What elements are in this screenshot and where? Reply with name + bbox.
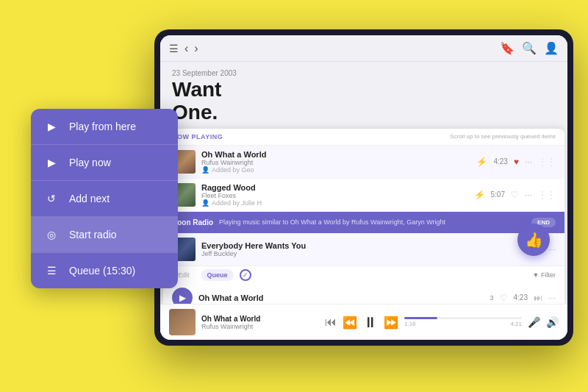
context-item-play-now[interactable]: ▶ Play now: [31, 145, 178, 180]
mic-icon[interactable]: 🎤: [528, 316, 540, 328]
track-name: Oh What a World: [198, 293, 484, 302]
heart-icon[interactable]: ♡: [500, 293, 508, 303]
tablet-screen: ☰ ‹ › 🔖 🔍 👤 23 September 2003 Want One.: [160, 35, 567, 340]
check-icon[interactable]: ✓: [240, 269, 251, 281]
context-item-add-next[interactable]: ↺ Add next: [31, 181, 178, 216]
profile-icon[interactable]: 👤: [544, 41, 559, 55]
track-actions: 3 ♡ 4:23 ⏭ ···: [490, 293, 556, 303]
radio-description: Playing music similar to Oh What a World…: [219, 218, 526, 226]
progress-area: 1:16 4:21: [404, 317, 522, 327]
now-playing-right-controls: 🎤 🔊: [528, 316, 559, 328]
table-row: Oh What a World Rufus Wainwright 👤 Added…: [163, 146, 564, 179]
track-info: Oh What a World: [198, 293, 484, 302]
track-added-by: 👤 Added by Julie H: [201, 199, 468, 207]
list-item: ▶ Oh What a World 3 ♡ 4:23 ⏭ ···: [163, 284, 564, 304]
tablet-frame: ☰ ‹ › 🔖 🔍 👤 23 September 2003 Want One.: [154, 29, 573, 346]
pause-button[interactable]: ⏸: [363, 314, 378, 331]
table-row: Ragged Wood Fleet Foxes 👤 Added by Julie…: [163, 179, 564, 212]
now-playing-label: Now playing: [172, 133, 223, 140]
rewind-button[interactable]: ⏪: [343, 316, 357, 329]
now-playing-bar: Oh What a World Rufus Wainwright ⏮ ⏪ ⏸ ⏩…: [160, 304, 567, 340]
queue-tab[interactable]: Queue: [201, 269, 234, 281]
now-playing-track: Oh What a World: [201, 315, 319, 323]
top-bar: ☰ ‹ › 🔖 🔍 👤: [160, 35, 567, 62]
radio-title: Roon Radio: [172, 218, 213, 227]
forward-icon[interactable]: ›: [194, 42, 198, 55]
track-name: Ragged Wood: [201, 183, 468, 192]
track-info: Ragged Wood Fleet Foxes 👤 Added by Julie…: [201, 183, 468, 207]
heart-icon[interactable]: ♥: [514, 157, 519, 167]
track-duration: 4:23: [493, 157, 507, 165]
track-actions: ⚡ 5:07 ♡ ··· ⋮⋮: [474, 190, 556, 200]
album-title: Want One.: [172, 79, 556, 124]
queue-icon: ☰: [44, 263, 59, 278]
skip-back-button[interactable]: ⏮: [325, 316, 337, 329]
track-duration: 4:23: [514, 293, 528, 302]
start-radio-label: Start radio: [69, 229, 117, 240]
cast-icon[interactable]: ⚡: [474, 190, 485, 200]
context-item-play-from-here[interactable]: ▶ Play from here: [31, 109, 178, 144]
drag-handle[interactable]: ⋮⋮: [538, 190, 556, 200]
progress-fill: [404, 317, 437, 319]
next-icon[interactable]: ⏭: [534, 293, 542, 303]
heart-icon[interactable]: ♡: [511, 190, 519, 200]
track-artist: Rufus Wainwright: [201, 159, 470, 166]
track-artist: Jeff Buckley: [201, 250, 542, 257]
playback-controls: ⏮ ⏪ ⏸ ⏩: [325, 314, 398, 331]
roon-radio-section: Roon Radio Playing music similar to Oh W…: [163, 212, 564, 233]
volume-icon[interactable]: 🔊: [546, 316, 559, 328]
time-total: 4:21: [510, 321, 522, 327]
fast-forward-button[interactable]: ⏩: [384, 316, 398, 329]
play-from-here-icon: ▶: [44, 119, 59, 134]
search-icon[interactable]: 🔍: [522, 41, 537, 55]
start-radio-icon: ◎: [44, 227, 59, 242]
play-button[interactable]: ▶: [172, 288, 193, 304]
menu-icon[interactable]: ☰: [169, 43, 179, 54]
scroll-hint: Scroll up to see previously queued items: [450, 133, 556, 140]
track-added-by: 👤 Added by Geo: [201, 166, 470, 174]
now-playing-thumbnail: [169, 309, 196, 335]
more-icon[interactable]: ···: [548, 244, 556, 254]
more-icon[interactable]: ···: [525, 190, 532, 200]
thumbs-up-button[interactable]: 👍: [517, 224, 550, 256]
add-next-label: Add next: [69, 193, 110, 204]
queue-label: Queue (15:30): [69, 265, 135, 277]
context-menu: ▶ Play from here ▶ Play now ↺ Add next ◎…: [31, 109, 178, 288]
progress-bar[interactable]: [404, 317, 522, 319]
now-playing-artist: Rufus Wainwright: [201, 323, 319, 330]
album-header: 23 September 2003 Want One.: [160, 62, 567, 129]
play-now-icon: ▶: [44, 155, 59, 170]
track-actions: ⚡ 4:23 ♥ ··· ⋮⋮: [476, 157, 556, 167]
add-next-icon: ↺: [44, 191, 59, 206]
track-actions: ···: [548, 244, 556, 254]
now-playing-info: Oh What a World Rufus Wainwright: [201, 315, 319, 330]
bookmark-icon[interactable]: 🔖: [500, 41, 514, 55]
track-name: Everybody Here Wants You: [201, 241, 542, 250]
track-artist: Fleet Foxes: [201, 192, 468, 199]
queue-panel: Now playing Scroll up to see previously …: [163, 129, 564, 304]
track-info: Everybody Here Wants You Jeff Buckley: [201, 241, 542, 257]
track-info: Oh What a World Rufus Wainwright 👤 Added…: [201, 150, 470, 174]
time-current: 1:16: [404, 321, 416, 327]
drag-handle[interactable]: ⋮⋮: [538, 157, 556, 167]
radio-track-row: Everybody Here Wants You Jeff Buckley ··…: [163, 233, 564, 266]
filter-button[interactable]: ▼ Filter: [533, 271, 556, 279]
queue-controls: Edit Queue ✓ ▼ Filter: [163, 266, 564, 284]
back-icon[interactable]: ‹: [184, 42, 188, 55]
album-date: 23 September 2003: [172, 69, 556, 77]
cast-icon[interactable]: ⚡: [476, 157, 487, 167]
context-item-queue[interactable]: ☰ Queue (15:30): [31, 253, 178, 288]
play-from-here-label: Play from here: [69, 121, 136, 132]
context-item-start-radio[interactable]: ◎ Start radio: [31, 217, 178, 252]
play-now-label: Play now: [69, 157, 111, 168]
track-duration: 5:07: [491, 190, 505, 199]
track-name: Oh What a World: [201, 150, 470, 159]
progress-times: 1:16 4:21: [404, 321, 522, 327]
queue-header: Now playing Scroll up to see previously …: [163, 129, 564, 146]
more-icon[interactable]: ···: [548, 293, 556, 303]
main-content: 23 September 2003 Want One. Now playing …: [160, 62, 567, 340]
more-icon[interactable]: ···: [525, 157, 532, 167]
